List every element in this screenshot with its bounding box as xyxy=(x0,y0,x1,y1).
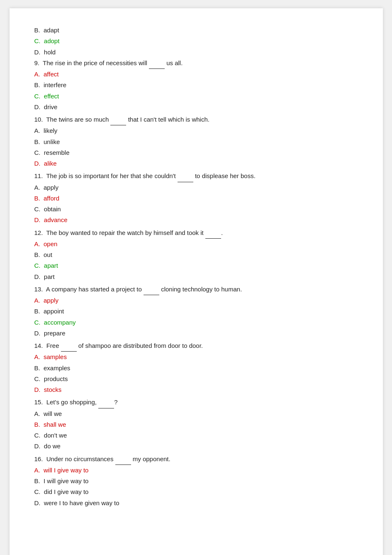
q12-blank xyxy=(205,227,221,239)
q9-text: 9. The rise in the price of necessities … xyxy=(34,58,358,69)
prev-d-text: hold xyxy=(44,49,56,56)
q11-d-label: D. xyxy=(34,216,41,223)
q12-option-c: C. apart xyxy=(34,260,358,271)
question-14: 14. Free of shampoo are distributed from… xyxy=(34,340,358,395)
prev-option-d: D. hold xyxy=(34,47,358,58)
q12-b-text: out xyxy=(44,251,52,258)
q15-text: 15. Let's go shopping, ? xyxy=(34,397,358,408)
prev-b-text: adapt xyxy=(44,27,59,34)
q15-c-label: C. xyxy=(34,432,41,439)
q16-blank xyxy=(115,454,131,465)
prev-d-label: D. xyxy=(34,49,41,56)
q13-a-text: apply xyxy=(44,297,58,304)
q12-c-text: apart xyxy=(44,262,58,269)
prev-c-text: adopt xyxy=(44,37,60,44)
q10-option-a: A. likely xyxy=(34,125,358,136)
q9-d-label: D. xyxy=(34,103,41,110)
q16-c-label: C. xyxy=(34,488,41,495)
q10-d-text: alike xyxy=(44,160,57,167)
q16-a-label: A. xyxy=(34,467,40,474)
question-11: 11. The job is so important for her that… xyxy=(34,171,358,225)
q15-option-d: D. do we xyxy=(34,441,358,452)
q15-c-text: don't we xyxy=(44,432,67,439)
q9-option-d: D. drive xyxy=(34,102,358,112)
q14-option-d: D. stocks xyxy=(34,384,358,395)
q13-option-b: B. appoint xyxy=(34,306,358,317)
prev-b-label: B. xyxy=(34,27,40,34)
q15-option-a: A. will we xyxy=(34,408,358,419)
q12-d-text: part xyxy=(44,273,55,280)
q10-b-label: B. xyxy=(34,138,40,145)
prev-c-label: C. xyxy=(34,37,41,44)
q16-option-d: D. were I to have given way to xyxy=(34,498,358,509)
q15-option-b: B. shall we xyxy=(34,419,358,430)
q16-c-text: did I give way to xyxy=(44,488,89,495)
q10-blank xyxy=(110,114,126,125)
question-10: 10. The twins are so much that I can't t… xyxy=(34,114,358,169)
q13-option-d: D. prepare xyxy=(34,328,358,339)
q14-blank xyxy=(61,340,77,352)
q12-option-b: B. out xyxy=(34,249,358,260)
q9-option-b: B. interfere xyxy=(34,80,358,90)
q13-c-label: C. xyxy=(34,319,41,326)
q10-c-label: C. xyxy=(34,149,41,156)
q14-d-text: stocks xyxy=(44,386,62,393)
q11-c-text: obtain xyxy=(44,205,61,213)
q15-b-text: shall we xyxy=(44,421,66,428)
question-13: 13. A company has started a project to c… xyxy=(34,284,358,339)
q14-a-text: samples xyxy=(44,353,67,360)
q15-option-c: C. don't we xyxy=(34,430,358,441)
q16-d-text: were I to have given way to xyxy=(44,499,119,506)
q11-text: 11. The job is so important for her that… xyxy=(34,171,358,182)
q11-a-text: apply xyxy=(44,184,58,191)
q9-blank xyxy=(149,58,165,69)
q14-c-text: products xyxy=(44,375,68,382)
q13-option-c: C. accompany xyxy=(34,317,358,328)
q16-option-a: A. will I give way to xyxy=(34,465,358,476)
q16-text: 16. Under no circumstances my opponent. xyxy=(34,454,358,465)
q16-d-label: D. xyxy=(34,499,41,506)
q13-blank xyxy=(144,284,159,295)
q12-b-label: B. xyxy=(34,251,40,258)
q15-b-label: B. xyxy=(34,421,40,428)
q14-option-b: B. examples xyxy=(34,363,358,374)
q14-b-text: examples xyxy=(44,364,70,372)
question-12: 12. The boy wanted to repair the watch b… xyxy=(34,227,358,282)
q15-a-text: will we xyxy=(44,410,62,417)
q15-a-label: A. xyxy=(34,410,40,417)
q14-b-label: B. xyxy=(34,364,40,372)
q9-c-label: C. xyxy=(34,93,41,100)
q11-b-label: B. xyxy=(34,195,40,202)
q10-d-label: D. xyxy=(34,160,41,167)
question-15: 15. Let's go shopping, ? A. will we B. s… xyxy=(34,397,358,452)
q10-a-label: A. xyxy=(34,127,40,134)
q10-a-text: likely xyxy=(44,127,57,134)
q9-d-text: drive xyxy=(44,103,58,110)
q10-c-text: resemble xyxy=(44,149,70,156)
q11-b-text: afford xyxy=(44,195,59,202)
q14-c-label: C. xyxy=(34,375,41,382)
q16-option-c: C. did I give way to xyxy=(34,487,358,497)
q11-option-a: A. apply xyxy=(34,182,358,193)
q10-option-b: B. unlike xyxy=(34,137,358,147)
q9-option-a: A. affect xyxy=(34,69,358,80)
q10-b-text: unlike xyxy=(44,138,60,145)
q16-option-b: B. I will give way to xyxy=(34,476,358,487)
q14-d-label: D. xyxy=(34,386,41,393)
q9-b-label: B. xyxy=(34,81,40,88)
q12-a-label: A. xyxy=(34,240,40,247)
q13-b-text: appoint xyxy=(44,308,64,315)
q11-a-label: A. xyxy=(34,184,40,191)
q13-d-text: prepare xyxy=(44,330,66,337)
prev-option-c: C. adopt xyxy=(34,36,358,46)
q9-a-label: A. xyxy=(34,71,40,78)
q16-a-text: will I give way to xyxy=(44,467,88,474)
question-9: 9. The rise in the price of necessities … xyxy=(34,58,358,112)
q12-c-label: C. xyxy=(34,262,41,269)
q9-option-c: C. effect xyxy=(34,91,358,102)
q16-b-text: I will give way to xyxy=(44,477,88,484)
page: B. adapt C. adopt D. hold 9. The rise in… xyxy=(10,8,383,555)
q15-d-text: do we xyxy=(44,443,61,450)
q12-option-d: D. part xyxy=(34,271,358,282)
q13-b-label: B. xyxy=(34,308,40,315)
